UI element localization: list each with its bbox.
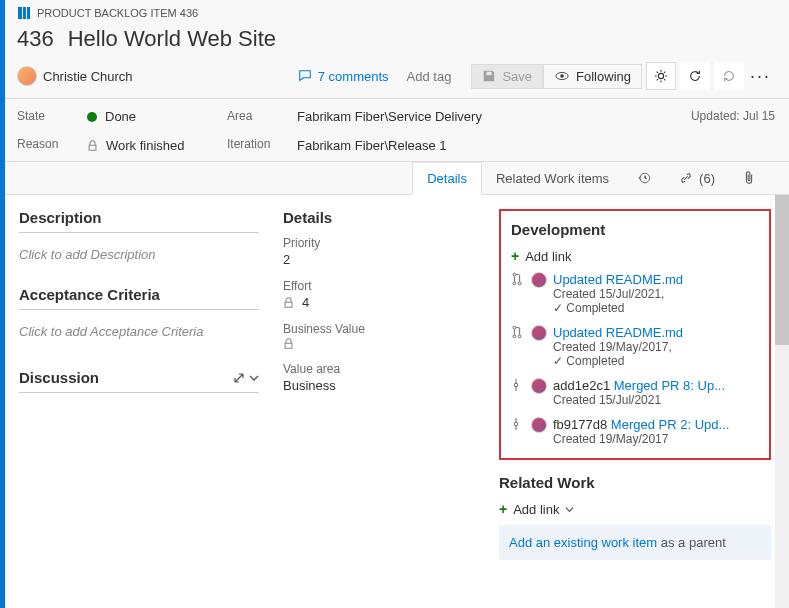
comments-link[interactable]: 7 comments xyxy=(298,69,389,84)
vertical-scrollbar[interactable] xyxy=(775,195,789,608)
dev-link-status: ✓ Completed xyxy=(553,301,759,315)
value-area-field[interactable]: Business xyxy=(283,376,483,395)
value-area-label: Value area xyxy=(283,362,483,376)
dev-link-status: ✓ Completed xyxy=(553,354,759,368)
dev-link-title: Merged PR 2: Upd... xyxy=(611,417,730,432)
comment-icon xyxy=(298,69,312,83)
development-heading: Development xyxy=(511,221,759,238)
refresh-icon xyxy=(688,69,702,83)
settings-button[interactable] xyxy=(646,62,676,90)
chevron-down-icon xyxy=(565,505,574,514)
add-existing-link: Add an existing work item xyxy=(509,535,657,550)
priority-field[interactable]: 2 xyxy=(283,250,483,269)
avatar xyxy=(531,272,547,288)
discussion-expand-button[interactable] xyxy=(233,372,259,384)
work-item-title[interactable]: Hello World Web Site xyxy=(68,26,276,52)
lock-icon xyxy=(87,140,98,152)
svg-point-7 xyxy=(513,273,516,276)
svg-point-8 xyxy=(513,282,516,285)
tab-attachments[interactable] xyxy=(729,162,769,194)
more-actions-button[interactable]: ··· xyxy=(744,66,777,87)
svg-point-14 xyxy=(514,422,518,426)
dev-link-title: Merged PR 8: Up... xyxy=(614,378,725,393)
dev-link-title: Updated README.md xyxy=(553,325,759,340)
work-item-type-label: PRODUCT BACKLOG ITEM 436 xyxy=(37,7,198,19)
follow-button[interactable]: Following xyxy=(543,64,642,89)
description-field[interactable]: Click to add Description xyxy=(19,243,259,266)
related-work-heading: Related Work xyxy=(499,474,771,491)
link-icon xyxy=(679,171,693,185)
related-placeholder[interactable]: Add an existing work item as a parent xyxy=(499,525,771,560)
commit-icon xyxy=(511,417,525,431)
pull-request-icon xyxy=(511,272,525,286)
details-heading: Details xyxy=(283,209,483,226)
backlog-icon xyxy=(17,6,31,20)
svg-point-13 xyxy=(514,383,518,387)
dev-link-meta: Created 15/Jul/2021 xyxy=(553,393,759,407)
chevron-down-icon xyxy=(249,373,259,383)
reason-field[interactable]: Work finished xyxy=(87,138,227,153)
plus-icon: + xyxy=(499,501,507,517)
iteration-field[interactable]: Fabrikam Fiber\Release 1 xyxy=(297,138,777,153)
description-heading: Description xyxy=(19,209,259,233)
dev-link-item[interactable]: Updated README.md Created 15/Jul/2021, ✓… xyxy=(511,272,759,315)
dev-link-item[interactable]: Updated README.md Created 19/May/2017, ✓… xyxy=(511,325,759,368)
save-icon xyxy=(482,69,496,83)
dev-link-title: Updated README.md xyxy=(553,272,759,287)
attachment-icon xyxy=(743,171,755,185)
svg-point-11 xyxy=(513,335,516,338)
effort-label: Effort xyxy=(283,279,483,293)
state-label: State xyxy=(17,109,87,123)
scrollbar-thumb[interactable] xyxy=(775,195,789,345)
dev-link-meta: Created 19/May/2017, xyxy=(553,340,759,354)
save-button: Save xyxy=(471,64,543,89)
business-value-field[interactable] xyxy=(283,336,483,352)
gear-icon xyxy=(654,69,668,83)
history-icon xyxy=(637,171,651,185)
svg-point-5 xyxy=(658,73,663,78)
svg-point-12 xyxy=(518,335,521,338)
state-dot-icon xyxy=(87,112,97,122)
refresh-button[interactable] xyxy=(680,62,710,90)
acceptance-field[interactable]: Click to add Acceptance Criteria xyxy=(19,320,259,343)
lock-icon xyxy=(283,338,294,350)
reason-label: Reason xyxy=(17,137,87,151)
tab-links[interactable]: (6) xyxy=(665,162,729,194)
svg-point-10 xyxy=(513,326,516,329)
acceptance-heading: Acceptance Criteria xyxy=(19,286,259,310)
expand-icon xyxy=(233,372,245,384)
priority-label: Priority xyxy=(283,236,483,250)
area-label: Area xyxy=(227,109,297,123)
undo-button[interactable] xyxy=(714,62,744,90)
eye-icon xyxy=(554,69,570,83)
tab-history[interactable] xyxy=(623,162,665,194)
tab-details[interactable]: Details xyxy=(412,162,482,195)
effort-field[interactable]: 4 xyxy=(283,293,483,312)
work-item-id: 436 xyxy=(17,26,54,52)
header-type-row: PRODUCT BACKLOG ITEM 436 xyxy=(5,0,789,20)
undo-icon xyxy=(722,69,736,83)
svg-rect-1 xyxy=(23,7,26,19)
development-add-link-button[interactable]: + Add link xyxy=(511,248,759,264)
svg-point-4 xyxy=(560,74,564,78)
svg-rect-0 xyxy=(18,7,22,19)
assignee-name: Christie Church xyxy=(43,69,133,84)
dev-link-meta: Created 19/May/2017 xyxy=(553,432,759,446)
avatar xyxy=(531,417,547,433)
assignee-picker[interactable]: Christie Church xyxy=(17,66,133,86)
avatar xyxy=(17,66,37,86)
state-field[interactable]: Done xyxy=(87,109,227,124)
add-tag-button[interactable]: Add tag xyxy=(401,67,458,86)
business-value-label: Business Value xyxy=(283,322,483,336)
pull-request-icon xyxy=(511,325,525,339)
dev-link-item[interactable]: fb9177d8 Merged PR 2: Upd... Created 19/… xyxy=(511,417,759,446)
tab-related[interactable]: Related Work items xyxy=(482,162,623,194)
iteration-label: Iteration xyxy=(227,137,297,151)
avatar xyxy=(531,378,547,394)
dev-link-item[interactable]: add1e2c1 Merged PR 8: Up... Created 15/J… xyxy=(511,378,759,407)
dev-link-meta: Created 15/Jul/2021, xyxy=(553,287,759,301)
related-add-link-button[interactable]: + Add link xyxy=(499,501,771,517)
commit-icon xyxy=(511,378,525,392)
discussion-heading: Discussion xyxy=(19,369,99,386)
updated-label: Updated: Jul 15 xyxy=(691,109,775,123)
